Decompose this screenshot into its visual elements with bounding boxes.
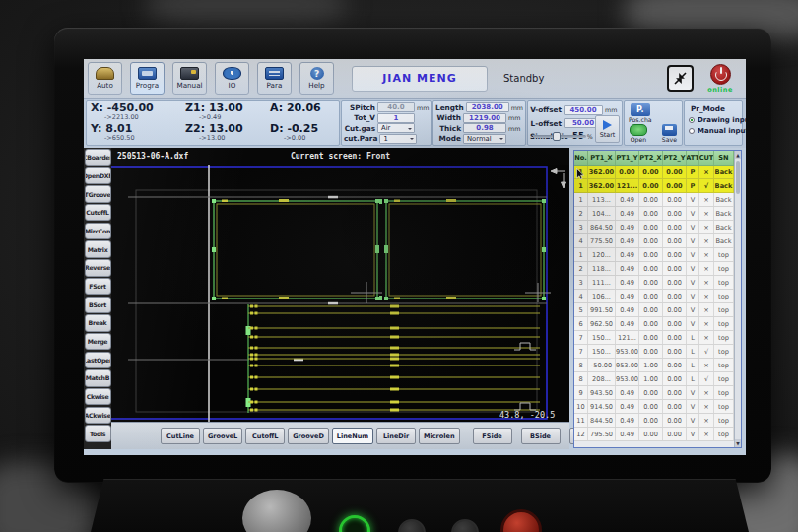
column-header-pt1-x: PT1_X — [588, 151, 616, 165]
thick-label: Thick — [435, 124, 463, 133]
table-body: No.PT1_XPT1_YPT2_XPT2_YATTCUTSN 1362.000… — [574, 151, 734, 447]
table-cell: 0.00 — [663, 359, 687, 371]
table-row[interactable]: 1120...0.490.000.00V×top — [574, 248, 734, 262]
table-cell: 0.00 — [639, 193, 663, 206]
cutpara-select[interactable]: 1 — [379, 134, 417, 144]
table-row[interactable]: 2118...0.490.000.00V×top — [574, 262, 734, 276]
save-button[interactable]: Save — [662, 124, 677, 143]
table-cell: 8 — [574, 359, 588, 371]
table-row[interactable]: 5991.500.490.000.00V×top — [574, 303, 734, 317]
sidebar-item-reverse[interactable]: Reverse — [85, 259, 111, 276]
table-cell: -50.00 — [588, 359, 616, 371]
table-row[interactable]: 1362.000.000.000.00P×Back — [574, 166, 734, 179]
scroll-thumb[interactable] — [736, 161, 740, 194]
table-cell: 0.49 — [616, 207, 639, 220]
bottom-button-linenum[interactable]: LineNum — [332, 428, 373, 444]
manual-input-option[interactable]: Manual input — [689, 127, 740, 135]
spitch-field[interactable]: 40.0 — [377, 102, 415, 112]
bottom-button-cutline[interactable]: CutLine — [161, 428, 200, 444]
table-row[interactable]: 4775.500.490.000.00V×Back — [574, 234, 734, 248]
table-row[interactable]: 3864.500.490.000.00V×Back — [574, 221, 734, 234]
toolbar-button-auto[interactable]: Auto — [88, 62, 122, 95]
table-cell: 0.00 — [639, 386, 663, 399]
bottom-button-fside[interactable]: FSide — [473, 428, 512, 444]
sidebar-item-matrix[interactable]: Matrix — [85, 240, 111, 257]
table-row[interactable]: 8-50.00953.001.000.00L×top — [574, 359, 734, 372]
bottom-button-microlen[interactable]: Microlen — [419, 428, 459, 444]
power-button[interactable] — [710, 64, 731, 85]
sidebar-item-ackwise[interactable]: ACkwise — [85, 407, 111, 424]
table-row[interactable]: 10914.500.490.000.00V×top — [574, 400, 734, 414]
table-cell: 0.49 — [616, 414, 639, 427]
table-row[interactable]: 8208...953.001.000.00L√top — [574, 372, 734, 386]
sidebar-item-merge[interactable]: Merge — [85, 333, 111, 350]
simulation-slider[interactable] — [533, 135, 586, 138]
sidebar-item-cutoffl[interactable]: CutoffL — [85, 204, 111, 221]
toolbar-button-label: Help — [308, 81, 324, 90]
table-cell: 0.49 — [616, 290, 639, 302]
table-cell: 0.00 — [639, 345, 663, 358]
scroll-up-icon[interactable]: ▲ — [735, 151, 741, 159]
length-field[interactable]: 2038.00 — [466, 102, 509, 112]
table-cell: × — [699, 331, 714, 344]
table-row[interactable]: 7150...953.000.000.00L√top — [574, 345, 734, 359]
slider-thumb[interactable] — [553, 132, 561, 141]
cutgas-select[interactable]: Air — [377, 123, 415, 133]
width-field[interactable]: 1219.00 — [463, 113, 506, 123]
table-cell: 1 — [574, 179, 588, 192]
toolbar-button-help[interactable]: ?Help — [299, 62, 334, 95]
table-row[interactable]: 1113...0.490.000.00V×Back — [574, 193, 734, 207]
sidebar-item-matchb[interactable]: MatchB — [85, 369, 111, 386]
sidebar-item-tgroove[interactable]: TGroove — [85, 185, 111, 202]
sidebar-item-opendxf[interactable]: OpenDXF — [85, 167, 111, 184]
table-cell: V — [687, 221, 699, 233]
voffset-field[interactable]: 450.00 — [564, 105, 603, 115]
table-row[interactable]: 9943.500.490.000.00V×top — [574, 386, 734, 400]
table-cell: 150... — [588, 345, 616, 358]
open-button[interactable]: Open — [630, 124, 647, 143]
table-row[interactable]: 6962.500.490.000.00V×top — [574, 317, 734, 331]
table-cell: top — [714, 345, 734, 358]
fit-screen-icon — [672, 70, 689, 87]
bottom-button-linedir[interactable]: LineDir — [376, 428, 416, 444]
table-cell: L — [687, 359, 699, 371]
sidebar-item-lastoper[interactable]: LastOper — [85, 352, 111, 368]
position-change-button[interactable]: P. Pos.cha — [629, 103, 652, 123]
table-row[interactable]: 7150...121...0.000.00L×top — [574, 331, 734, 345]
table-scrollbar[interactable]: ▲ ▼ — [734, 151, 741, 447]
toolbar-button-progra[interactable]: Progra — [130, 62, 165, 95]
thick-field[interactable]: 0.98 — [463, 123, 506, 133]
bottom-button-groovel[interactable]: GrooveL — [203, 428, 242, 444]
sidebar-item-mirccon[interactable]: MircCon — [85, 223, 111, 239]
sidebar-item-bsort[interactable]: BSort — [85, 297, 111, 313]
bottom-button-bside[interactable]: BSide — [521, 428, 561, 444]
axis-coordinates-panel: X: -450.00 ->2213.00 Z1: 13.00 ->0.49 A:… — [86, 100, 340, 146]
table-row[interactable]: 3111...0.490.000.00V×top — [574, 276, 734, 290]
table-row[interactable]: 11844.500.490.000.00V×top — [574, 414, 734, 428]
bottom-button-cutoffl[interactable]: CutoffL — [245, 428, 285, 444]
totv-field[interactable]: 1 — [377, 113, 415, 123]
mode-select[interactable]: Normal — [463, 134, 506, 144]
toolbar-button-manual[interactable]: Manual — [172, 62, 207, 95]
table-cell: × — [699, 400, 714, 413]
toolbar-button-para[interactable]: Para — [257, 62, 292, 95]
scroll-down-icon[interactable]: ▼ — [735, 439, 741, 447]
sidebar-item-fsort[interactable]: FSort — [85, 278, 111, 295]
table-row[interactable]: 4106...0.490.000.00V×top — [574, 290, 734, 303]
table-row[interactable]: 12795.500.490.000.00V×top — [574, 428, 734, 441]
table-cell: 0.00 — [639, 221, 663, 233]
table-row[interactable]: 1362.00121...0.000.00P√Back — [574, 179, 734, 193]
machine-title-button[interactable]: JIAN MENG — [352, 66, 488, 92]
toolbar-button-io[interactable]: IO — [215, 62, 249, 95]
bottom-button-grooved[interactable]: GrooveD — [288, 428, 329, 444]
table-row[interactable]: 2104...0.490.000.00V×Back — [574, 207, 734, 221]
table-cell: V — [687, 248, 699, 261]
fit-screen-button[interactable] — [667, 65, 694, 92]
drawing-input-option[interactable]: Drawing inpu — [689, 116, 740, 124]
sidebar-item-break[interactable]: Break — [85, 314, 111, 331]
sidebar-item-cboarder[interactable]: CBoarder — [85, 149, 111, 166]
cad-canvas[interactable]: 43.8, -20.5 — [111, 165, 569, 422]
sidebar-item-tools[interactable]: Tools — [85, 425, 111, 441]
sidebar-item-ckwise[interactable]: Ckwise — [85, 388, 111, 405]
start-button[interactable]: Start — [595, 115, 620, 143]
